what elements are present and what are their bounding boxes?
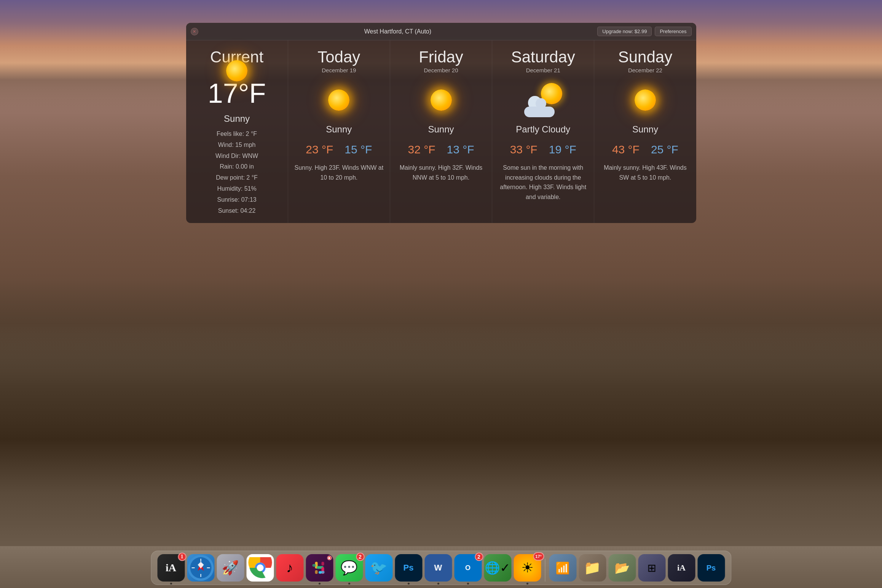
saturday-low: 19 °F bbox=[549, 143, 576, 156]
preferences-button[interactable]: Preferences bbox=[655, 27, 691, 36]
sun-icon-today bbox=[322, 83, 356, 117]
dock-app-tweetbot[interactable]: 🐦 bbox=[365, 554, 392, 582]
dock-app-slack[interactable]: • bbox=[306, 554, 333, 582]
friday-low: 13 °F bbox=[447, 143, 474, 156]
sunday-temps: 43 °F 25 °F bbox=[612, 143, 678, 156]
dock-app-photoshop[interactable]: Ps bbox=[395, 554, 422, 582]
safari-icon bbox=[187, 554, 214, 582]
sun-core bbox=[226, 60, 247, 81]
svg-rect-12 bbox=[315, 570, 317, 574]
sunday-high: 43 °F bbox=[612, 143, 640, 156]
sun-icon-sunday bbox=[628, 83, 662, 117]
panel-current: Current 17°F Sunny Feels like: 2 °F Wind… bbox=[186, 40, 288, 223]
chrome-icon-svg bbox=[246, 554, 274, 582]
saturday-high: 33 °F bbox=[510, 143, 537, 156]
dock-app-messages[interactable]: 💬 2 bbox=[335, 554, 363, 582]
mountain-area bbox=[0, 280, 882, 546]
dock-app-downloads-folder[interactable]: 📂 bbox=[608, 554, 636, 582]
slack-icon-svg bbox=[311, 559, 328, 576]
current-temperature: 17°F bbox=[208, 78, 266, 109]
svg-rect-18 bbox=[321, 571, 324, 574]
messages-badge: 2 bbox=[356, 553, 364, 561]
dock-app-web-check[interactable]: 🌐✓ bbox=[484, 554, 511, 582]
panel-today: Today December 19 Sunny 23 °F 15 °F Sunn… bbox=[288, 40, 390, 223]
ps-dot bbox=[408, 583, 410, 585]
close-button[interactable]: × bbox=[191, 28, 198, 35]
panel-title-saturday: Saturday bbox=[511, 48, 575, 66]
panel-friday: Friday December 20 Sunny 32 °F 13 °F Mai… bbox=[390, 40, 492, 223]
panel-date-sunday: December 22 bbox=[628, 67, 662, 73]
panel-sunday: Sunday December 22 Sunny 43 °F 25 °F Mai… bbox=[594, 40, 696, 223]
sun-core-friday bbox=[431, 89, 452, 111]
panel-title-friday: Friday bbox=[419, 48, 463, 66]
dock-app-chrome[interactable] bbox=[246, 554, 274, 582]
sunday-low: 25 °F bbox=[651, 143, 678, 156]
ia-writer-dot bbox=[170, 583, 172, 585]
title-right-buttons: Upgrade now: $2.99 Preferences bbox=[597, 27, 691, 36]
outlook-badge: 2 bbox=[475, 553, 483, 561]
messages-dot bbox=[348, 583, 350, 585]
svg-point-10 bbox=[257, 564, 263, 571]
word-dot bbox=[437, 583, 439, 585]
dock-app-wifi[interactable]: 📶 bbox=[549, 554, 576, 582]
dock-app-music[interactable]: ♪ bbox=[276, 554, 303, 582]
panel-title-sunday: Sunday bbox=[618, 48, 672, 66]
dock-separator bbox=[545, 559, 545, 582]
weather-small-badge: 17° bbox=[533, 552, 544, 561]
friday-description: Mainly sunny. High 32F. Winds NNW at 5 t… bbox=[396, 163, 486, 182]
friday-high: 32 °F bbox=[408, 143, 435, 156]
weather-panels: Current 17°F Sunny Feels like: 2 °F Wind… bbox=[186, 40, 696, 223]
pc-cloud bbox=[520, 98, 555, 117]
panel-date-friday: December 20 bbox=[424, 67, 458, 73]
dock-app-outlook[interactable]: O 2 bbox=[454, 554, 482, 582]
saturday-temps: 33 °F 19 °F bbox=[510, 143, 576, 156]
upgrade-button[interactable]: Upgrade now: $2.99 bbox=[597, 27, 652, 36]
dock-app-ia-writer-2[interactable]: iA bbox=[668, 554, 695, 582]
today-low: 15 °F bbox=[345, 143, 372, 156]
slack-dot bbox=[319, 583, 321, 585]
dock-app-word[interactable]: W bbox=[424, 554, 452, 582]
friday-temps: 32 °F 13 °F bbox=[408, 143, 474, 156]
outlook-dot bbox=[467, 583, 469, 585]
dock: iA 1 🚀 ♪ bbox=[151, 551, 731, 585]
today-description: Sunny. High 23F. Winds WNW at 10 to 20 m… bbox=[294, 163, 384, 182]
dock-app-ia-writer[interactable]: iA 1 bbox=[157, 554, 185, 582]
title-bar: × West Hartford, CT (Auto) Upgrade now: … bbox=[186, 23, 696, 40]
dock-app-window-manager[interactable]: ⊞ bbox=[638, 554, 665, 582]
slack-badge: • bbox=[327, 556, 332, 560]
saturday-description: Some sun in the morning with increasing … bbox=[498, 163, 588, 202]
location-title: West Hartford, CT (Auto) bbox=[198, 28, 598, 35]
dock-app-finder-folder[interactable]: 📁 bbox=[579, 554, 606, 582]
dock-app-photoshop-2[interactable]: Ps bbox=[697, 554, 725, 582]
sun-core-today bbox=[328, 89, 349, 111]
weather-widget: × West Hartford, CT (Auto) Upgrade now: … bbox=[186, 23, 696, 223]
weather-dot bbox=[526, 583, 528, 585]
sunday-condition: Sunny bbox=[632, 124, 658, 135]
current-condition: Sunny bbox=[224, 113, 250, 124]
dock-app-weather-small[interactable]: ☀ 17° bbox=[514, 554, 541, 582]
saturday-condition: Partly Cloudy bbox=[516, 124, 570, 135]
today-high: 23 °F bbox=[306, 143, 333, 156]
partly-cloudy-icon bbox=[520, 83, 566, 117]
sun-icon-friday bbox=[424, 83, 458, 117]
panel-date-today: December 19 bbox=[322, 67, 356, 73]
sun-core-sunday bbox=[635, 89, 656, 111]
dock-app-rocket[interactable]: 🚀 bbox=[217, 554, 244, 582]
svg-rect-14 bbox=[312, 564, 316, 567]
panel-title-today: Today bbox=[317, 48, 360, 66]
today-condition: Sunny bbox=[326, 124, 352, 135]
panel-date-saturday: December 21 bbox=[526, 67, 560, 73]
ia-writer-badge: 1 bbox=[178, 553, 186, 561]
cloud-body bbox=[524, 107, 555, 117]
current-details: Feels like: 2 °F Wind: 15 mph Wind Dir: … bbox=[215, 129, 258, 216]
svg-rect-16 bbox=[321, 562, 324, 566]
panel-saturday: Saturday December 21 Partly Cloudy 33 °F… bbox=[492, 40, 594, 223]
dock-app-safari[interactable] bbox=[187, 554, 214, 582]
today-temps: 23 °F 15 °F bbox=[306, 143, 372, 156]
friday-condition: Sunny bbox=[428, 124, 454, 135]
sunday-description: Mainly sunny. High 43F. Winds SW at 5 to… bbox=[600, 163, 690, 182]
